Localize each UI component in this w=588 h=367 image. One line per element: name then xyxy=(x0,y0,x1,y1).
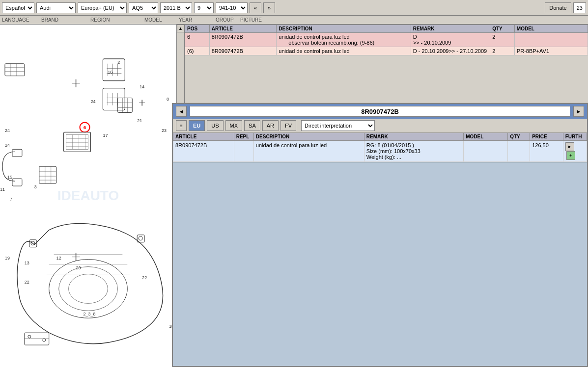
table-row[interactable]: 6 8R0907472B unidad de control para luz … xyxy=(185,33,588,47)
cell-pos: (6) xyxy=(185,47,210,55)
svg-text:11: 11 xyxy=(0,187,5,192)
cell-model xyxy=(514,33,588,47)
donate-count: 23 xyxy=(573,2,586,13)
cell-qty: 2 xyxy=(490,33,515,47)
popup-tab-mx[interactable]: MX xyxy=(225,120,243,131)
popup-header: ◄ ► xyxy=(173,104,587,119)
svg-text:3: 3 xyxy=(34,184,37,189)
cell-pos: 6 xyxy=(185,33,210,47)
parts-panel: ▲ ▼ POS ARTICLE DESCRIPTION REMARK QTY M… xyxy=(177,25,588,367)
svg-text:24: 24 xyxy=(5,143,10,148)
popup-interpretation-select[interactable]: Direct interpretation xyxy=(301,120,375,131)
group-select[interactable]: 9 xyxy=(194,2,214,13)
nav-next-button[interactable]: » xyxy=(263,2,275,13)
scroll-up-button[interactable]: ▲ xyxy=(177,25,185,32)
th-pos: POS xyxy=(185,25,210,33)
svg-text:24: 24 xyxy=(5,128,10,133)
svg-text:23: 23 xyxy=(162,128,167,133)
header-year: YEAR xyxy=(179,17,216,23)
cell-description: unidad de control para luz led observar … xyxy=(277,33,411,47)
header-group: GROUP xyxy=(216,17,240,23)
subgroup-selector-wrap: 941-10 xyxy=(216,2,248,13)
popup-overlay: ◄ ► ≡ EU US MX SA AR FV xyxy=(177,103,588,367)
svg-text:22: 22 xyxy=(142,275,147,280)
top-toolbar: Español Audi Europa+ (EU) AQ5 2011 B 9 9… xyxy=(0,0,588,16)
popup-cell-article: 8R0907472B xyxy=(173,141,234,162)
popup-article-input[interactable] xyxy=(190,106,570,117)
year-select[interactable]: 2011 B xyxy=(160,2,192,13)
header-model: MODEL xyxy=(144,17,179,23)
svg-text:2: 2 xyxy=(117,60,120,65)
popup-th-article: ARTICLE xyxy=(173,133,234,141)
popup-nav-next-button[interactable]: ► xyxy=(573,106,584,117)
popup-further-button[interactable]: ► xyxy=(565,142,574,151)
header-region: REGION xyxy=(90,17,144,23)
desc-line2: observar boletin recamb.orig: (9-86) xyxy=(279,40,408,46)
cell-remark: D - 20.10.2009>> - 27.10.2009 xyxy=(411,47,490,55)
popup-nav-prev-button[interactable]: ◄ xyxy=(176,106,187,117)
svg-text:21: 21 xyxy=(137,118,142,123)
popup-tab-ar[interactable]: AR xyxy=(262,120,279,131)
popup-cell-model xyxy=(464,141,508,162)
brand-select[interactable]: Audi xyxy=(36,2,76,13)
popup-th-repl: REPL xyxy=(234,133,253,141)
diagram-area: IDEAUTO xyxy=(0,25,177,367)
th-qty: QTY xyxy=(490,25,515,33)
group-selector-wrap: 9 xyxy=(194,2,214,13)
cell-model: PR-8BP+AV1 xyxy=(514,47,588,55)
th-model: MODEL xyxy=(514,25,588,33)
svg-text:20: 20 xyxy=(76,265,81,270)
popup-bottom-area xyxy=(173,162,587,366)
popup-th-model: MODEL xyxy=(464,133,508,141)
svg-text:16: 16 xyxy=(108,70,112,75)
svg-text:14: 14 xyxy=(140,84,144,89)
region-selector-wrap: Europa+ (EU) xyxy=(78,2,127,13)
popup-cell-remark: RG: 8 (01/04/2015 ) Size (mm): 100x70x33… xyxy=(364,141,463,162)
parts-right-area: POS ARTICLE DESCRIPTION REMARK QTY MODEL… xyxy=(185,25,588,367)
svg-text:17: 17 xyxy=(103,133,108,138)
popup-th-further: FURTH xyxy=(563,133,587,141)
parts-table: POS ARTICLE DESCRIPTION REMARK QTY MODEL… xyxy=(185,25,588,55)
popup-cell-price: 126,50 xyxy=(530,141,563,162)
parts-table-header-row: POS ARTICLE DESCRIPTION REMARK QTY MODEL xyxy=(185,25,588,33)
model-select[interactable]: AQ5 xyxy=(129,2,158,13)
cell-description: unidad de control para luz led xyxy=(277,47,411,55)
table-row[interactable]: (6) 8R0907472B unidad de control para lu… xyxy=(185,47,588,55)
popup-menu-button[interactable]: ≡ xyxy=(176,120,187,131)
popup-tab-sa[interactable]: SA xyxy=(244,120,260,131)
header-language: LANGUAGE xyxy=(2,17,41,23)
cell-article: 8R0907472B xyxy=(209,47,277,55)
th-article: ARTICLE xyxy=(209,25,277,33)
popup-cell-repl xyxy=(234,141,253,162)
popup-table: ARTICLE REPL DESCRIPTION REMARK MODEL QT… xyxy=(173,132,587,162)
popup-table-row[interactable]: 8R0907472B unidad de control para luz le… xyxy=(173,141,587,162)
cell-qty: 2 xyxy=(490,47,515,55)
parts-content: ▲ ▼ POS ARTICLE DESCRIPTION REMARK QTY M… xyxy=(177,25,588,367)
language-select[interactable]: Español xyxy=(2,2,34,13)
popup-tab-fv[interactable]: FV xyxy=(280,120,296,131)
cell-article: 8R0907472B xyxy=(209,33,277,47)
popup-th-description: DESCRIPTION xyxy=(253,133,364,141)
popup-dialog: ◄ ► ≡ EU US MX SA AR FV xyxy=(172,103,588,367)
svg-text:22: 22 xyxy=(25,280,29,285)
header-brand: BRAND xyxy=(41,17,90,23)
model-selector-wrap: AQ5 xyxy=(129,2,158,13)
region-select[interactable]: Europa+ (EU) xyxy=(78,2,127,13)
header-picture: PICTURE xyxy=(240,17,280,23)
language-selector-wrap: Español xyxy=(2,2,34,13)
column-headers-row: LANGUAGE BRAND REGION MODEL YEAR GROUP P… xyxy=(0,16,588,25)
popup-tab-eu[interactable]: EU xyxy=(189,120,205,131)
popup-th-price: PRICE xyxy=(530,133,563,141)
svg-text:8: 8 xyxy=(167,97,169,102)
popup-tab-us[interactable]: US xyxy=(207,120,223,131)
desc-line1: unidad de control para luz led xyxy=(279,34,408,40)
svg-text:7: 7 xyxy=(10,197,12,202)
svg-text:24: 24 xyxy=(90,99,95,104)
donate-area: Donate 23 xyxy=(545,2,586,13)
subgroup-select[interactable]: 941-10 xyxy=(216,2,248,13)
popup-cell-further: ► + xyxy=(563,141,587,162)
popup-add-button[interactable]: + xyxy=(566,151,575,160)
nav-prev-button[interactable]: « xyxy=(250,2,261,13)
svg-text:15: 15 xyxy=(7,175,12,180)
donate-button[interactable]: Donate xyxy=(545,2,571,13)
